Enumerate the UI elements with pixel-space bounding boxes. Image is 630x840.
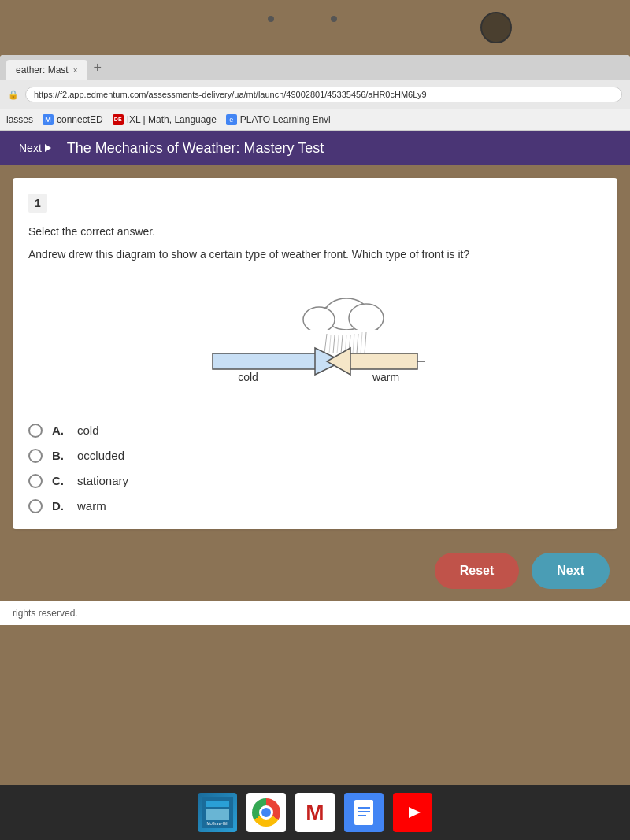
radio-b[interactable] (28, 449, 43, 463)
chrome-inner-circle (259, 805, 273, 820)
bookmark-classes-label: lasses (6, 114, 33, 125)
device-top (0, 0, 630, 55)
svg-point-5 (303, 307, 335, 332)
youtube-logo (397, 801, 428, 824)
weather-front-svg: cold warm (189, 279, 441, 405)
option-b-text: occluded (77, 449, 124, 462)
tab-bar: eather: Mast × + (0, 55, 630, 80)
weather-diagram: cold warm (28, 279, 602, 405)
option-a-letter: A. (52, 424, 68, 437)
svg-point-4 (349, 304, 384, 332)
option-d[interactable]: D. warm (28, 499, 602, 513)
radio-a[interactable] (28, 424, 43, 438)
svg-rect-24 (206, 809, 229, 820)
bookmark-connected-label: connectED (57, 114, 103, 125)
bookmark-ixl-label: IXL | Math, Language (127, 114, 217, 125)
browser-window: eather: Mast × + 🔒 https://f2.app.edment… (0, 55, 630, 131)
chrome-logo (252, 798, 280, 827)
footer: rights reserved. (0, 601, 630, 625)
mastery-test-header: Next The Mechanics of Weather: Mastery T… (0, 131, 630, 165)
new-tab-button[interactable]: + (87, 60, 109, 76)
url-input[interactable]: https://f2.app.edmentum.com/assessments-… (25, 87, 622, 102)
taskbar-docs-icon[interactable] (344, 793, 384, 832)
taskbar-mcgraw-icon[interactable]: McGraw-Hill (198, 793, 237, 832)
option-a[interactable]: A. cold (28, 424, 602, 438)
gmail-logo: M (306, 800, 324, 825)
tab-close-button[interactable]: × (73, 66, 78, 75)
svg-marker-22 (327, 348, 350, 375)
reset-button[interactable]: Reset (435, 553, 520, 589)
plato-icon: e (226, 114, 237, 125)
radio-c[interactable] (28, 474, 43, 488)
bookmark-ixl[interactable]: DE IXL | Math, Language (113, 114, 217, 125)
option-c-text: stationary (77, 474, 128, 487)
svg-text:McGraw-Hill: McGraw-Hill (206, 821, 228, 826)
ixl-icon: DE (113, 114, 124, 125)
active-tab[interactable]: eather: Mast × (6, 60, 87, 80)
taskbar: McGraw-Hill M (0, 785, 630, 840)
camera-dot-left (268, 16, 274, 22)
bookmark-connected[interactable]: M connectED (43, 114, 103, 125)
bookmark-classes[interactable]: lasses (6, 114, 33, 125)
bottom-buttons: Reset Next (13, 553, 617, 589)
svg-rect-6 (306, 330, 392, 342)
question-number: 1 (28, 194, 47, 213)
mastery-test-title: The Mechanics of Weather: Mastery Test (67, 140, 324, 157)
svg-rect-25 (206, 801, 229, 807)
bookmarks-bar: lasses M connectED DE IXL | Math, Langua… (0, 109, 630, 131)
question-container: 1 Select the correct answer. Andrew drew… (13, 178, 617, 529)
tab-title: eather: Mast (16, 65, 69, 76)
taskbar-youtube-icon[interactable] (393, 793, 432, 832)
option-b[interactable]: B. occluded (28, 449, 602, 463)
option-a-text: cold (77, 424, 99, 437)
option-b-letter: B. (52, 449, 68, 462)
bookmark-plato-label: PLATO Learning Envi (240, 114, 331, 125)
next-arrow-icon (45, 144, 51, 152)
question-text: Andrew drew this diagram to show a certa… (28, 247, 602, 263)
lock-icon: 🔒 (8, 90, 19, 100)
cloud-shape (303, 298, 392, 353)
footer-text: rights reserved. (13, 608, 78, 619)
option-c[interactable]: C. stationary (28, 474, 602, 488)
docs-logo (352, 798, 376, 827)
mcgraw-logo: McGraw-Hill (202, 797, 233, 828)
next-button[interactable]: Next (532, 553, 610, 589)
camera-dot-center (331, 16, 337, 22)
header-next-button[interactable]: Next (13, 139, 57, 157)
radio-d[interactable] (28, 499, 43, 513)
option-d-text: warm (77, 499, 106, 513)
warm-text: warm (372, 371, 399, 383)
header-next-label: Next (19, 142, 42, 154)
answer-options: A. cold B. occluded C. stationary D. war… (28, 424, 602, 513)
connected-icon: M (43, 114, 54, 125)
camera-lens (480, 12, 512, 43)
taskbar-gmail-icon[interactable]: M (295, 793, 335, 832)
bookmark-plato[interactable]: e PLATO Learning Envi (226, 114, 331, 125)
option-c-letter: C. (52, 474, 68, 487)
cold-text: cold (238, 371, 258, 383)
taskbar-chrome-icon[interactable] (246, 793, 286, 832)
address-bar: 🔒 https://f2.app.edmentum.com/assessment… (0, 80, 630, 109)
option-d-letter: D. (52, 499, 68, 513)
instruction-text: Select the correct answer. (28, 225, 602, 238)
